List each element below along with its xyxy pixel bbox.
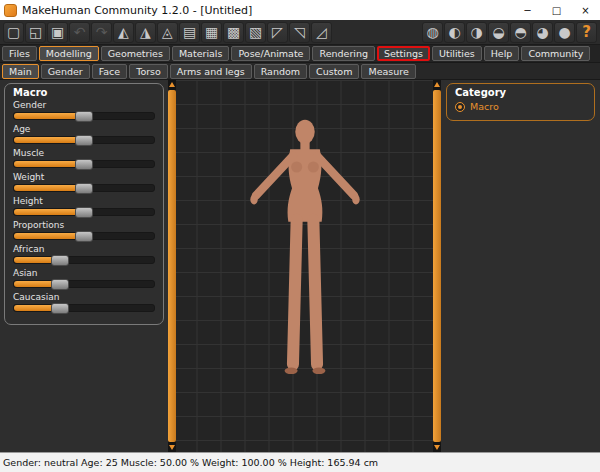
slider-track-age[interactable] — [13, 136, 155, 144]
toolbar-left-group: ▢◱▣↶↷◭◮◬▤▦▩▧◸◹◿ — [3, 22, 332, 43]
maximize-button[interactable]: □ — [542, 0, 571, 20]
toolbar: ▢◱▣↶↷◭◮◬▤▦▩▧◸◹◿ ◍◐◑◒◓◕●? — [0, 20, 600, 45]
slider-track-height[interactable] — [13, 208, 155, 216]
slider-track-asian[interactable] — [13, 280, 155, 288]
save-model-icon[interactable]: ▣ — [47, 22, 68, 43]
tab-help[interactable]: Help — [484, 46, 520, 61]
left-viewport-scrollbar[interactable] — [168, 80, 176, 452]
scrollbar-thumb[interactable] — [433, 90, 441, 442]
slider-track-gender[interactable] — [13, 112, 155, 120]
material-sphere-4-icon[interactable]: ◓ — [510, 22, 531, 43]
pose-right-icon[interactable]: ◹ — [289, 22, 310, 43]
tab-materials[interactable]: Materials — [172, 46, 230, 61]
tab-utilities[interactable]: Utilities — [432, 46, 482, 61]
slider-fill — [14, 137, 84, 143]
subtab-gender[interactable]: Gender — [41, 64, 90, 79]
tab-files[interactable]: Files — [2, 46, 37, 61]
pose-left-icon[interactable]: ◸ — [267, 22, 288, 43]
solid-mesh-icon[interactable]: ▦ — [201, 22, 222, 43]
slider-label-height: Height — [13, 196, 155, 206]
symmetry-icon[interactable]: ◬ — [157, 22, 178, 43]
material-sphere-1-icon[interactable]: ◐ — [444, 22, 465, 43]
slider-height: Height — [13, 196, 155, 216]
window-controls: ─ □ × — [513, 0, 600, 20]
slider-label-asian: Asian — [13, 268, 155, 278]
scroll-down-icon[interactable] — [169, 445, 175, 450]
slider-track-african[interactable] — [13, 256, 155, 264]
subtab-measure[interactable]: Measure — [361, 64, 415, 79]
slider-label-weight: Weight — [13, 172, 155, 182]
slider-weight: Weight — [13, 172, 155, 192]
tab-modelling[interactable]: Modelling — [39, 46, 99, 61]
globe-icon[interactable]: ◍ — [422, 22, 443, 43]
macro-group-title: Macro — [13, 87, 155, 98]
mirror-right-icon[interactable]: ◮ — [135, 22, 156, 43]
tab-rendering[interactable]: Rendering — [312, 46, 375, 61]
slider-asian: Asian — [13, 268, 155, 288]
scroll-up-icon[interactable] — [434, 82, 440, 87]
slider-handle-height[interactable] — [75, 207, 93, 218]
subdivision-icon[interactable]: ▩ — [223, 22, 244, 43]
material-sphere-3-icon[interactable]: ◒ — [488, 22, 509, 43]
slider-handle-age[interactable] — [75, 135, 93, 146]
tab-geometries[interactable]: Geometries — [101, 46, 170, 61]
app-window: MakeHuman Community 1.2.0 - [Untitled] ─… — [0, 0, 600, 472]
content-area: Macro GenderAgeMuscleWeightHeightProport… — [0, 80, 600, 452]
mirror-left-icon[interactable]: ◭ — [113, 22, 134, 43]
main-tab-bar: FilesModellingGeometriesMaterialsPose/An… — [0, 45, 600, 63]
slider-fill — [14, 113, 84, 119]
macro-groupbox: Macro GenderAgeMuscleWeightHeightProport… — [4, 83, 164, 325]
undo-icon[interactable]: ↶ — [69, 22, 90, 43]
slider-label-proportions: Proportions — [13, 220, 155, 230]
subtab-custom[interactable]: Custom — [309, 64, 359, 79]
slider-handle-gender[interactable] — [75, 111, 93, 122]
scroll-up-icon[interactable] — [169, 82, 175, 87]
scroll-down-icon[interactable] — [434, 445, 440, 450]
slider-track-muscle[interactable] — [13, 160, 155, 168]
slider-label-african: African — [13, 244, 155, 254]
redo-icon[interactable]: ↷ — [91, 22, 112, 43]
material-sphere-2-icon[interactable]: ◑ — [466, 22, 487, 43]
minimize-button[interactable]: ─ — [513, 0, 542, 20]
window-title: MakeHuman Community 1.2.0 - [Untitled] — [22, 4, 508, 17]
slider-handle-weight[interactable] — [75, 183, 93, 194]
close-button[interactable]: × — [571, 0, 600, 20]
help-icon[interactable]: ? — [576, 22, 597, 43]
tab-community[interactable]: Community — [521, 46, 590, 61]
scrollbar-thumb[interactable] — [168, 90, 176, 442]
texture-icon[interactable]: ▧ — [245, 22, 266, 43]
tab-settings[interactable]: Settings — [377, 46, 430, 61]
slider-african: African — [13, 244, 155, 264]
subtab-arms-and-legs[interactable]: Arms and legs — [170, 64, 252, 79]
slider-track-weight[interactable] — [13, 184, 155, 192]
slider-fill — [14, 161, 84, 167]
subtab-torso[interactable]: Torso — [129, 64, 168, 79]
subtab-face[interactable]: Face — [92, 64, 127, 79]
slider-handle-caucasian[interactable] — [51, 303, 69, 314]
load-model-icon[interactable]: ◱ — [25, 22, 46, 43]
slider-track-proportions[interactable] — [13, 232, 155, 240]
category-radio-macro[interactable]: Macro — [455, 101, 586, 112]
slider-handle-african[interactable] — [51, 255, 69, 266]
slider-label-muscle: Muscle — [13, 148, 155, 158]
material-sphere-5-icon[interactable]: ◕ — [532, 22, 553, 43]
modifiers-panel: Macro GenderAgeMuscleWeightHeightProport… — [0, 80, 168, 452]
subtab-random[interactable]: Random — [254, 64, 307, 79]
wireframe-icon[interactable]: ▤ — [179, 22, 200, 43]
viewport-3d[interactable] — [176, 80, 433, 452]
slider-handle-asian[interactable] — [51, 279, 69, 290]
slider-handle-proportions[interactable] — [75, 231, 93, 242]
new-document-icon[interactable]: ▢ — [3, 22, 24, 43]
slider-handle-muscle[interactable] — [75, 159, 93, 170]
tab-pose-animate[interactable]: Pose/Animate — [231, 46, 310, 61]
status-bar: Gender: neutral Age: 25 Muscle: 50.00 % … — [0, 452, 600, 472]
radio-label: Macro — [470, 101, 499, 112]
pose-reset-icon[interactable]: ◿ — [311, 22, 332, 43]
material-sphere-6-icon[interactable]: ● — [554, 22, 575, 43]
slider-track-caucasian[interactable] — [13, 304, 155, 312]
slider-fill — [14, 233, 84, 239]
human-model[interactable] — [240, 116, 370, 394]
slider-age: Age — [13, 124, 155, 144]
right-viewport-scrollbar[interactable] — [433, 80, 441, 452]
subtab-main[interactable]: Main — [2, 64, 39, 79]
